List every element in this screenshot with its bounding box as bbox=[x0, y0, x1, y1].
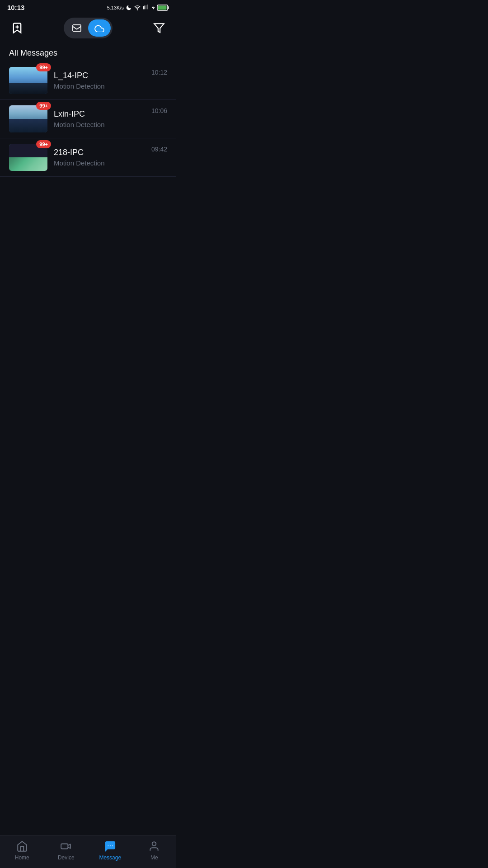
moon-icon bbox=[126, 5, 132, 11]
main-content: All Messages 99+ L_14-IPC Motion Detecti… bbox=[0, 43, 176, 213]
notification-badge: 99+ bbox=[36, 63, 51, 71]
svg-rect-7 bbox=[168, 6, 169, 9]
svg-rect-2 bbox=[145, 5, 145, 9]
svg-rect-3 bbox=[145, 5, 146, 9]
message-type: Motion Detection bbox=[54, 159, 148, 167]
message-item[interactable]: 99+ Lxin-IPC Motion Detection 10:06 bbox=[0, 100, 176, 138]
device-name: L_14-IPC bbox=[54, 71, 148, 80]
message-type: Motion Detection bbox=[54, 121, 148, 128]
svg-rect-4 bbox=[147, 5, 148, 9]
message-item[interactable]: 99+ L_14-IPC Motion Detection 10:12 bbox=[0, 61, 176, 100]
header bbox=[0, 13, 176, 43]
message-type: Motion Detection bbox=[54, 82, 148, 90]
wifi-icon bbox=[134, 5, 141, 11]
svg-rect-11 bbox=[73, 25, 81, 31]
status-icons: 5.13K/s bbox=[107, 5, 169, 11]
message-list: 99+ L_14-IPC Motion Detection 10:12 99+ … bbox=[0, 61, 176, 177]
svg-point-0 bbox=[137, 9, 137, 10]
thumbnail-container: 99+ bbox=[9, 105, 47, 132]
network-speed: 5.13K/s bbox=[107, 5, 124, 10]
thumbnail-container: 99+ bbox=[9, 67, 47, 94]
message-time: 09:42 bbox=[151, 146, 167, 153]
toggle-mail[interactable] bbox=[66, 19, 88, 37]
section-title: All Messages bbox=[0, 43, 176, 61]
status-time: 10:13 bbox=[7, 4, 24, 11]
message-content: L_14-IPC Motion Detection bbox=[54, 71, 148, 90]
notification-badge: 99+ bbox=[36, 102, 51, 110]
message-content: 218-IPC Motion Detection bbox=[54, 148, 148, 167]
message-time: 10:12 bbox=[151, 69, 167, 76]
message-time: 10:06 bbox=[151, 107, 167, 114]
device-name: Lxin-IPC bbox=[54, 109, 148, 119]
message-item[interactable]: 99+ 218-IPC Motion Detection 09:42 bbox=[0, 138, 176, 177]
svg-rect-1 bbox=[143, 6, 144, 9]
svg-rect-8 bbox=[158, 5, 167, 9]
message-toggle[interactable] bbox=[64, 18, 113, 38]
message-content: Lxin-IPC Motion Detection bbox=[54, 109, 148, 128]
thumbnail-container: 99+ bbox=[9, 144, 47, 171]
status-bar: 10:13 5.13K/s bbox=[0, 0, 176, 13]
charging-icon bbox=[151, 5, 155, 11]
svg-marker-12 bbox=[154, 24, 164, 33]
battery-icon bbox=[157, 5, 169, 11]
filter-button[interactable] bbox=[151, 20, 167, 36]
bookmark-button[interactable] bbox=[9, 20, 25, 36]
svg-marker-5 bbox=[151, 5, 155, 9]
device-name: 218-IPC bbox=[54, 148, 148, 157]
toggle-cloud[interactable] bbox=[88, 19, 111, 37]
signal-icon bbox=[143, 5, 149, 11]
notification-badge: 99+ bbox=[36, 140, 51, 148]
